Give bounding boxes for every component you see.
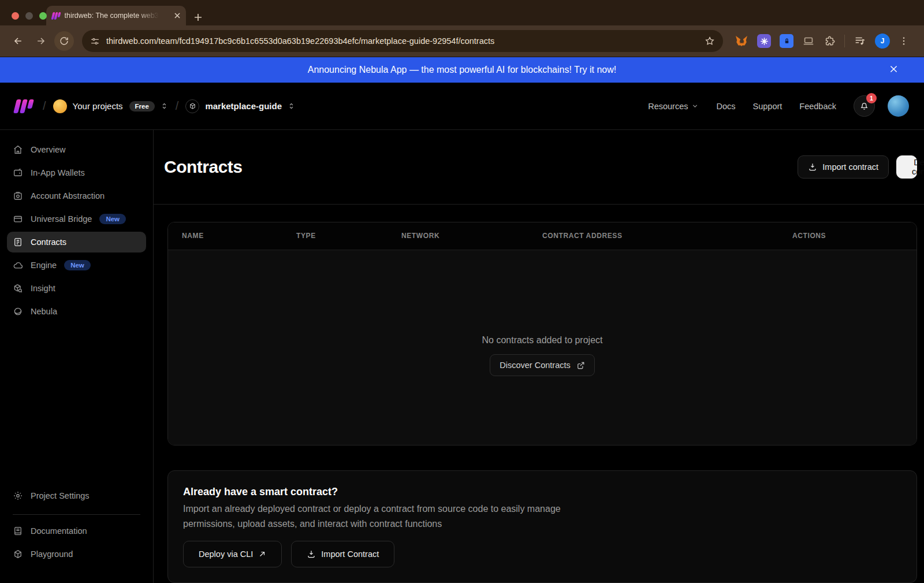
discover-contracts-button[interactable]: Discover Contracts	[490, 354, 594, 376]
book-icon	[13, 526, 23, 536]
column-header-contract-address: CONTRACT ADDRESS	[528, 232, 778, 240]
sidebar-item-label: Documentation	[31, 526, 87, 536]
user-avatar[interactable]	[888, 95, 909, 117]
browser-toolbar: thirdweb.com/team/fcd194917bc9c6b1c6553d…	[0, 25, 924, 57]
sidebar-item-label: Engine	[31, 261, 57, 270]
contracts-table: NAME TYPE NETWORK CONTRACT ADDRESS ACTIO…	[167, 222, 917, 445]
empty-state-text: No contracts added to project	[482, 335, 602, 346]
contract-document-icon	[13, 237, 23, 247]
sidebar-item-account-abstraction[interactable]: Account Abstraction	[7, 185, 146, 206]
extensions-row: J	[735, 34, 909, 49]
table-header-row: NAME TYPE NETWORK CONTRACT ADDRESS ACTIO…	[168, 222, 916, 250]
column-header-actions: ACTIONS	[778, 232, 916, 240]
minimize-window-button[interactable]	[25, 12, 33, 20]
app-header: / Your projects Free / marketplace-guide…	[0, 83, 924, 130]
sidebar-item-nebula[interactable]: Nebula	[7, 301, 146, 322]
gear-icon	[13, 491, 23, 501]
column-header-name: NAME	[168, 232, 282, 240]
url-bar[interactable]: thirdweb.com/team/fcd194917bc9c6b1c6553d…	[82, 30, 723, 52]
nav-feedback[interactable]: Feedback	[799, 102, 836, 111]
sidebar-item-playground[interactable]: Playground	[7, 544, 146, 565]
privacy-shield-extension-icon[interactable]	[780, 34, 793, 48]
wallet-icon	[13, 168, 23, 178]
project-name[interactable]: marketplace-guide	[205, 101, 282, 111]
project-switcher-chevrons-icon[interactable]	[287, 102, 296, 110]
column-header-network: NETWORK	[388, 232, 528, 240]
browser-window: thirdweb: The complete web3 thirdweb.com…	[0, 0, 924, 583]
sidebar-item-documentation[interactable]: Documentation	[7, 521, 146, 541]
page-title: Contracts	[164, 157, 243, 177]
banner-close-icon[interactable]	[889, 64, 899, 74]
team-name[interactable]: Your projects	[73, 101, 123, 111]
fullscreen-window-button[interactable]	[39, 12, 47, 20]
tab-close-icon[interactable]	[174, 13, 180, 18]
sidebar-item-label: Insight	[31, 284, 55, 293]
notifications-button[interactable]: 1	[854, 95, 875, 117]
sidebar-item-label: Universal Bridge	[31, 214, 92, 224]
smart-contract-cta-card: Already have a smart contract? Import an…	[167, 470, 917, 583]
sidebar-divider	[13, 514, 140, 515]
sidebar-item-overview[interactable]: Overview	[7, 139, 146, 160]
sidebar-item-engine[interactable]: Engine New	[7, 255, 146, 276]
breadcrumb-slash: /	[43, 99, 46, 113]
back-icon[interactable]	[8, 31, 28, 51]
sidebar-item-in-app-wallets[interactable]: In-App Wallets	[7, 162, 146, 183]
home-icon	[13, 144, 23, 155]
team-switcher-chevrons-icon[interactable]	[160, 102, 169, 110]
metamask-extension-icon[interactable]	[735, 34, 748, 48]
announcement-banner[interactable]: Announcing Nebula App — the most powerfu…	[0, 57, 924, 83]
column-header-type: TYPE	[282, 232, 388, 240]
import-contract-cta-button[interactable]: Import Contract	[291, 541, 394, 567]
cta-description: Import an already deployed contract or d…	[183, 502, 582, 532]
nav-support[interactable]: Support	[753, 102, 783, 111]
plan-badge: Free	[129, 101, 155, 112]
nav-docs[interactable]: Docs	[716, 102, 735, 111]
sidebar-item-label: Contracts	[31, 237, 66, 247]
deploy-contract-button[interactable]: Deploy contract	[896, 155, 917, 179]
sidebar-item-label: Project Settings	[31, 491, 90, 500]
bookmark-star-icon[interactable]	[705, 36, 715, 46]
sidebar-item-contracts[interactable]: Contracts	[7, 232, 146, 252]
import-contract-button[interactable]: Import contract	[798, 155, 889, 179]
extensions-puzzle-icon[interactable]	[824, 35, 836, 47]
close-window-button[interactable]	[12, 12, 19, 20]
url-text: thirdweb.com/team/fcd194917bc9c6b1c6553d…	[106, 36, 698, 46]
nav-resources[interactable]: Resources	[648, 102, 699, 111]
sidebar-item-insight[interactable]: Insight	[7, 278, 146, 299]
breadcrumb-slash: /	[176, 99, 179, 113]
discover-contracts-label: Discover Contracts	[500, 361, 570, 370]
safe-box-icon	[13, 191, 23, 201]
sidebar-item-project-settings[interactable]: Project Settings	[7, 485, 146, 506]
header-nav: Resources Docs Support Feedback 1	[648, 95, 909, 117]
snowflake-extension-icon[interactable]	[757, 34, 771, 48]
toolbar-separator	[844, 35, 845, 47]
cube-search-icon	[13, 283, 23, 294]
download-icon	[307, 549, 316, 559]
browser-tab[interactable]: thirdweb: The complete web3	[46, 6, 186, 25]
new-tab-button[interactable]	[194, 13, 202, 21]
external-link-icon	[576, 361, 585, 370]
window-controls	[12, 12, 47, 20]
cloud-icon	[13, 260, 23, 270]
section-divider	[154, 204, 924, 205]
import-contract-cta-label: Import Contract	[321, 549, 379, 559]
site-settings-icon[interactable]	[90, 36, 100, 46]
sidebar-item-universal-bridge[interactable]: Universal Bridge New	[7, 209, 146, 229]
deploy-via-cli-button[interactable]: Deploy via CLI	[183, 541, 282, 567]
media-controls-icon[interactable]	[854, 35, 866, 47]
team-avatar[interactable]	[53, 99, 67, 113]
planet-icon	[13, 306, 23, 317]
download-icon	[808, 162, 817, 172]
bell-icon	[859, 101, 869, 111]
thirdweb-logo[interactable]	[13, 99, 34, 113]
laptop-extension-icon[interactable]	[802, 35, 815, 47]
browser-menu-icon[interactable]	[899, 36, 909, 46]
browser-profile-avatar[interactable]: J	[875, 34, 890, 49]
new-badge: New	[64, 260, 91, 270]
empty-state: No contracts added to project Discover C…	[168, 250, 916, 445]
nav-resources-label: Resources	[648, 102, 688, 111]
reload-icon[interactable]	[54, 31, 74, 51]
sidebar-item-label: Playground	[31, 549, 73, 559]
deploy-contract-label: Deploy contract	[912, 158, 924, 176]
forward-icon[interactable]	[31, 31, 51, 51]
